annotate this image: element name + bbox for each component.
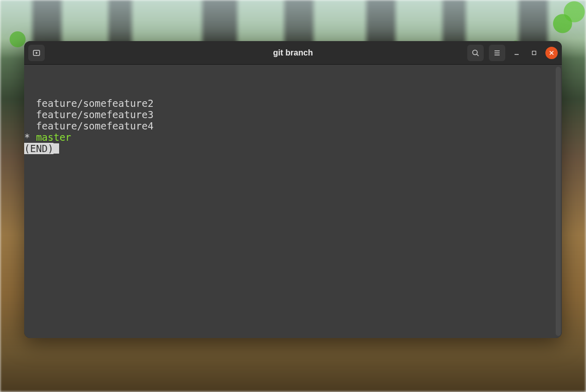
branch-line: feature/somefeature4: [24, 120, 562, 132]
maximize-icon: [531, 50, 537, 56]
scrollbar[interactable]: [556, 67, 561, 336]
terminal-output: feature/somefeature2 feature/somefeature…: [24, 65, 562, 154]
new-tab-icon: [32, 49, 41, 57]
svg-line-4: [477, 54, 479, 56]
minimize-icon: [514, 50, 520, 56]
window-title: git branch: [273, 48, 313, 58]
maximize-button[interactable]: [528, 47, 540, 59]
branch-name: feature/somefeature4: [36, 120, 154, 132]
terminal-content-area[interactable]: feature/somefeature2 feature/somefeature…: [24, 65, 562, 338]
new-tab-button[interactable]: [28, 45, 45, 61]
branch-name: feature/somefeature3: [36, 109, 154, 120]
branch-line: feature/somefeature3: [24, 109, 562, 120]
titlebar-right-controls: [467, 45, 558, 61]
close-button[interactable]: [545, 47, 558, 59]
branch-name: feature/somefeature2: [36, 98, 154, 109]
terminal-window: git branch: [24, 41, 562, 338]
close-icon: [549, 50, 554, 55]
pager-end-marker: (END): [24, 143, 53, 154]
titlebar[interactable]: git branch: [24, 41, 562, 65]
menu-button[interactable]: [489, 45, 505, 61]
search-icon: [471, 49, 480, 57]
svg-rect-9: [533, 51, 536, 54]
minimize-button[interactable]: [510, 47, 523, 59]
current-branch-line: * master: [24, 132, 562, 143]
hamburger-icon: [493, 49, 501, 57]
terminal-cursor: [53, 143, 59, 154]
svg-point-3: [473, 50, 478, 54]
search-button[interactable]: [467, 45, 484, 61]
current-branch-marker: *: [24, 132, 30, 143]
titlebar-left-controls: [28, 45, 45, 61]
branch-line: feature/somefeature2: [24, 98, 562, 109]
current-branch-name: master: [36, 132, 71, 143]
